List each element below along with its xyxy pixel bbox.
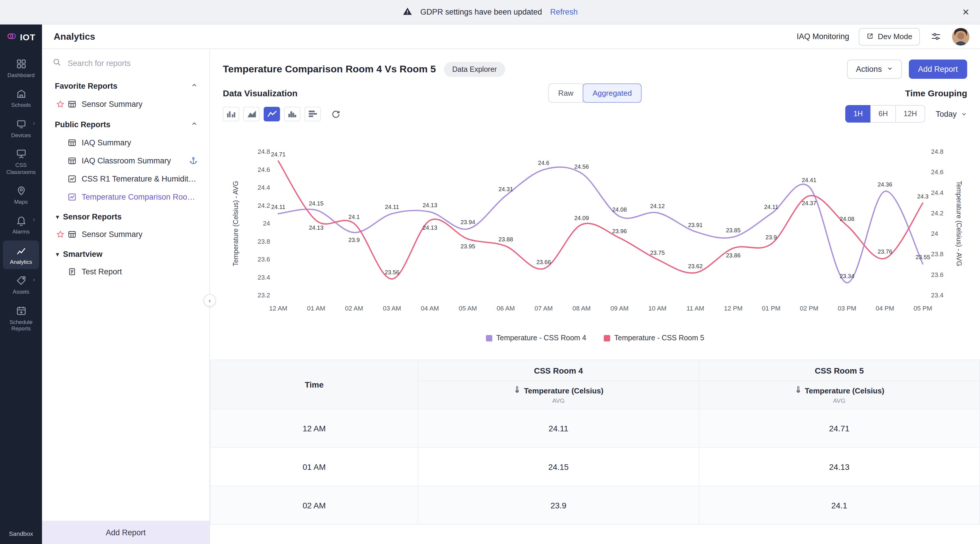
classroom-icon	[16, 148, 27, 160]
search-input[interactable]	[67, 58, 199, 68]
svg-text:23.6: 23.6	[931, 271, 943, 278]
user-avatar[interactable]	[952, 28, 969, 45]
chart-type-columns-icon[interactable]	[284, 107, 301, 121]
time-button-12h[interactable]: 12H	[896, 105, 925, 123]
iot-logo-icon	[7, 30, 17, 43]
svg-text:24.2: 24.2	[258, 202, 270, 209]
add-report-button[interactable]: Add Report	[908, 59, 967, 79]
table-row: 01 AM24.1524.13	[210, 447, 980, 486]
svg-text:23.88: 23.88	[498, 236, 513, 242]
context-label[interactable]: IAQ Monitoring	[797, 32, 849, 41]
report-item-sensor-summary[interactable]: Sensor Summary	[51, 95, 200, 113]
report-item-iaq-summary[interactable]: IAQ Summary	[51, 134, 200, 152]
svg-text:23.66: 23.66	[536, 259, 551, 265]
dev-mode-button[interactable]: Dev Mode	[859, 28, 920, 45]
section-smartview[interactable]: ▾Smartview	[51, 243, 200, 263]
svg-text:24: 24	[931, 230, 938, 237]
doc-icon	[68, 267, 76, 276]
sidebar-add-report-button[interactable]: Add Report	[42, 521, 209, 544]
svg-text:08 AM: 08 AM	[573, 305, 590, 312]
nav-item-analytics[interactable]: Analytics	[3, 240, 39, 269]
warning-icon	[402, 6, 412, 18]
chevron-up-icon	[191, 82, 198, 91]
report-item-sensor-summary[interactable]: Sensor Summary	[51, 225, 200, 243]
brand[interactable]: IOT	[0, 24, 42, 49]
cell-value: 24.71	[699, 409, 980, 447]
svg-text:24: 24	[263, 220, 270, 227]
nav-item-schedule-reports[interactable]: Schedule Reports	[3, 300, 39, 336]
report-item-test-report[interactable]: Test Report	[51, 263, 200, 281]
table-header-time: Time	[210, 360, 418, 409]
svg-text:23.34: 23.34	[840, 273, 854, 279]
section-title: Data Visualization	[223, 88, 298, 98]
table-header-css-room-4: CSS Room 4	[418, 360, 699, 381]
preferences-sliders-icon[interactable]	[929, 30, 943, 43]
notification-bar: GDPR settings have been updated Refresh …	[0, 0, 980, 24]
svg-text:24.2: 24.2	[931, 209, 943, 217]
nav-item-dashboard[interactable]: Dashboard	[3, 54, 39, 83]
sidebar-collapse-button[interactable]: ‹	[204, 294, 216, 306]
date-range-select[interactable]: Today	[935, 109, 967, 118]
nav-item-maps[interactable]: Maps	[3, 180, 39, 209]
chart-legend: Temperature - CSS Room 4Temperature - CS…	[210, 334, 980, 342]
chevron-up-icon	[191, 120, 198, 129]
toggle-aggregated[interactable]: Aggregated	[583, 83, 642, 103]
temperature-line-chart[interactable]: Temperature (Celsius) - AVGTemperature (…	[210, 123, 980, 320]
svg-text:02 AM: 02 AM	[345, 305, 363, 312]
svg-text:23.55: 23.55	[916, 254, 930, 260]
svg-text:24.09: 24.09	[574, 215, 589, 221]
svg-text:24.11: 24.11	[764, 204, 778, 210]
aggregation-label: AVG	[700, 397, 979, 404]
svg-text:23.94: 23.94	[461, 219, 475, 225]
nav-item-devices[interactable]: ›Devices	[3, 114, 39, 143]
svg-text:24.8: 24.8	[931, 148, 943, 155]
chart-type-area-icon[interactable]	[243, 107, 259, 121]
time-button-6h[interactable]: 6H	[870, 105, 896, 123]
schedule-icon	[16, 305, 27, 316]
chart-type-bar-horizontal-icon[interactable]	[304, 107, 321, 121]
notification-close-icon[interactable]: ✕	[962, 0, 969, 24]
legend-item-temperature-css-room-5[interactable]: Temperature - CSS Room 5	[604, 334, 704, 342]
chart-type-line-icon[interactable]	[264, 107, 280, 121]
svg-text:24.3: 24.3	[917, 193, 929, 199]
main-content: Temperature Comparison Room 4 Vs Room 5 …	[210, 49, 980, 544]
nav-item-css-classrooms[interactable]: CSS Classrooms	[3, 144, 39, 179]
refresh-icon[interactable]	[329, 108, 342, 120]
time-button-1h[interactable]: 1H	[845, 105, 871, 123]
report-item-temperature-comparison-room[interactable]: Temperature Comparison Room ...	[51, 188, 200, 206]
svg-text:24.4: 24.4	[258, 184, 270, 191]
section-favorite-reports[interactable]: Favorite Reports	[51, 75, 200, 95]
section-sensor-reports[interactable]: ▾Sensor Reports	[51, 206, 200, 225]
analytics-icon	[16, 245, 27, 256]
nav-item-schools[interactable]: Schools	[3, 84, 39, 113]
notification-refresh-link[interactable]: Refresh	[550, 8, 578, 16]
svg-text:23.4: 23.4	[931, 292, 943, 299]
chart-icon	[68, 174, 76, 183]
chart-type-bar-grouped-icon[interactable]	[223, 107, 239, 121]
svg-text:23.8: 23.8	[258, 238, 270, 245]
nav-item-alarms[interactable]: ›Alarms	[3, 211, 39, 239]
svg-text:23.95: 23.95	[461, 243, 475, 249]
report-item-css-r1-temerature-humidity-tr[interactable]: CSS R1 Temerature & Humidity Tr...	[51, 170, 200, 188]
legend-swatch	[604, 335, 610, 341]
actions-button[interactable]: Actions	[847, 59, 902, 79]
svg-text:04 PM: 04 PM	[876, 305, 894, 312]
time-grouping-buttons: 1H 6H 12H	[845, 105, 925, 123]
school-icon	[16, 88, 27, 99]
svg-text:24.41: 24.41	[802, 177, 816, 183]
report-item-iaq-classroom-summary[interactable]: IAQ Classroom Summary	[51, 152, 200, 170]
toggle-raw[interactable]: Raw	[548, 83, 583, 103]
svg-text:23.86: 23.86	[726, 252, 741, 258]
svg-text:02 PM: 02 PM	[800, 305, 818, 312]
svg-text:24.12: 24.12	[650, 203, 665, 209]
triangle-down-icon: ▾	[56, 214, 59, 220]
anchor-icon[interactable]	[189, 156, 198, 165]
nav-item-assets[interactable]: ›Assets	[3, 270, 39, 299]
app-header: Analytics IAQ Monitoring Dev Mode	[42, 24, 980, 49]
table-icon	[68, 230, 76, 239]
legend-swatch	[486, 335, 492, 341]
cell-value: 24.1	[699, 486, 980, 525]
legend-item-temperature-css-room-4[interactable]: Temperature - CSS Room 4	[486, 334, 586, 342]
app-title: Analytics	[54, 31, 95, 42]
section-public-reports[interactable]: Public Reports	[51, 113, 200, 134]
